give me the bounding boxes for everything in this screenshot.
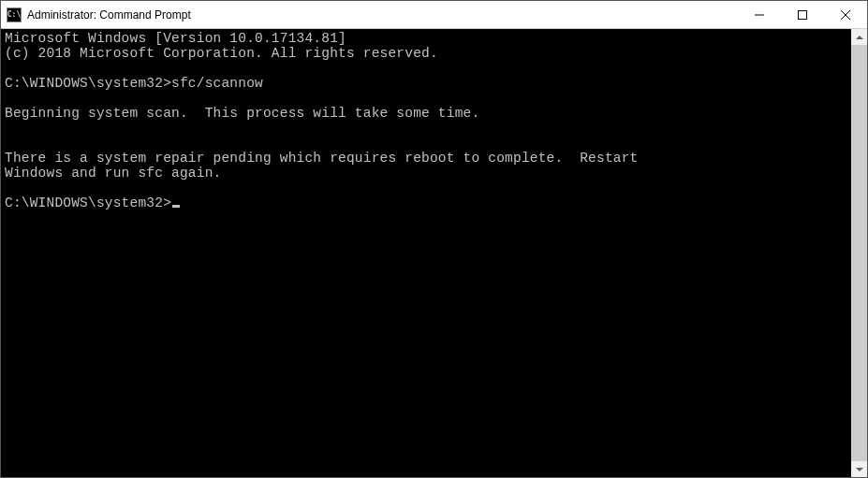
svg-rect-1 (799, 10, 807, 19)
console-line: Windows and run sfc again. (5, 166, 221, 181)
svg-marker-4 (856, 36, 863, 39)
scroll-track[interactable] (851, 45, 867, 461)
window-title: Administrator: Command Prompt (27, 8, 738, 22)
scroll-thumb[interactable] (851, 45, 867, 461)
scroll-down-arrow-icon[interactable] (851, 461, 867, 477)
maximize-button[interactable] (781, 1, 824, 28)
console-line: Beginning system scan. This process will… (5, 106, 479, 121)
vertical-scrollbar[interactable] (851, 29, 867, 477)
console-output[interactable]: Microsoft Windows [Version 10.0.17134.81… (1, 29, 851, 477)
terminal-area: Microsoft Windows [Version 10.0.17134.81… (1, 29, 867, 477)
console-command: sfc/scannow (171, 76, 263, 91)
scroll-up-arrow-icon[interactable] (851, 29, 867, 45)
cursor (172, 205, 180, 208)
titlebar[interactable]: C:\ Administrator: Command Prompt (1, 1, 867, 29)
console-line: There is a system repair pending which r… (5, 151, 639, 166)
console-prompt: C:\WINDOWS\system32> (5, 196, 171, 210)
console-line: Microsoft Windows [Version 10.0.17134.81… (5, 31, 346, 46)
minimize-button[interactable] (738, 1, 781, 28)
close-button[interactable] (824, 1, 867, 28)
cmd-icon: C:\ (7, 7, 22, 22)
console-prompt: C:\WINDOWS\system32> (5, 76, 171, 91)
console-line: (c) 2018 Microsoft Corporation. All righ… (5, 46, 438, 61)
svg-marker-5 (856, 468, 863, 471)
window-controls (738, 1, 867, 28)
